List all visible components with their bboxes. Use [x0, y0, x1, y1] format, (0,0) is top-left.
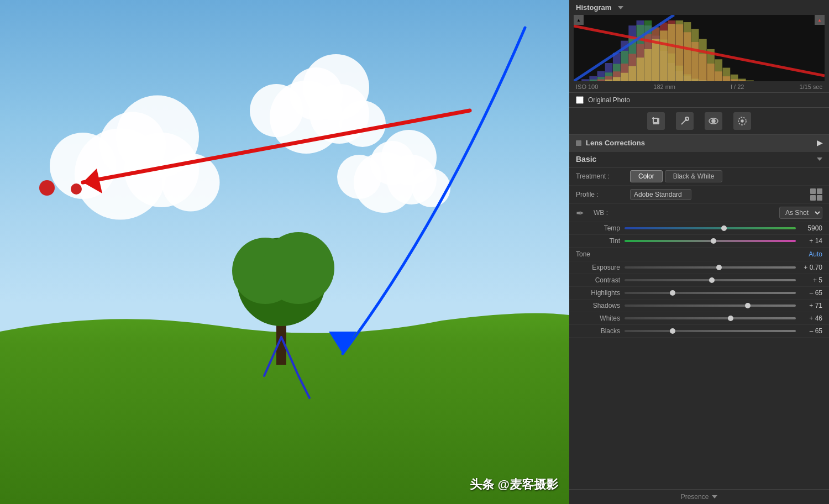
highlights-slider-track[interactable]: [625, 292, 796, 294]
exposure-slider-track[interactable]: [625, 266, 796, 269]
contrast-value: + 5: [800, 276, 822, 284]
profile-label: Profile :: [576, 191, 626, 198]
blacks-label: Blacks: [576, 327, 620, 335]
tint-slider-row: Tint + 14: [569, 235, 829, 248]
exposure-value: + 0.70: [800, 264, 822, 271]
profile-grid-btn[interactable]: [810, 188, 822, 201]
exposure-slider-row: Exposure + 0.70: [569, 261, 829, 274]
histogram-clipping-shadows-btn[interactable]: ▲: [574, 15, 584, 25]
presence-chevron[interactable]: [712, 495, 717, 498]
crop-tool-btn[interactable]: [647, 112, 665, 130]
blacks-value: – 65: [800, 327, 822, 335]
whites-value: + 46: [800, 314, 822, 322]
treatment-buttons: Color Black & White: [630, 170, 722, 182]
profile-grid-icon: [810, 188, 822, 201]
tint-label: Tint: [576, 237, 620, 245]
tint-value: + 14: [800, 237, 822, 245]
highlights-value: – 65: [800, 289, 822, 297]
watermark: 头条 @麦客摄影: [470, 476, 558, 493]
whites-slider-row: Whites + 46: [569, 312, 829, 325]
tint-slider-thumb[interactable]: [711, 238, 716, 244]
temp-slider-row: Temp 5900: [569, 222, 829, 235]
highlights-label: Highlights: [576, 289, 620, 297]
temp-label: Temp: [576, 224, 620, 232]
lens-corrections-collapse-arrow[interactable]: ▶: [817, 139, 822, 147]
svg-point-4: [712, 119, 715, 123]
shadows-slider-track[interactable]: [625, 305, 796, 307]
presence-label: Presence: [681, 493, 709, 501]
auto-tone-btn[interactable]: Auto: [809, 250, 822, 258]
whites-slider-track[interactable]: [625, 317, 796, 319]
shadows-slider-row: Shadows + 71: [569, 300, 829, 312]
histogram-header-left: Histogram: [576, 3, 623, 12]
original-photo-row: Original Photo: [569, 93, 829, 108]
meta-focal: 182 mm: [653, 83, 675, 90]
blacks-slider-thumb[interactable]: [670, 328, 675, 334]
toolbar-row: [569, 108, 829, 135]
treatment-row: Treatment : Color Black & White: [569, 167, 829, 186]
original-photo-label: Original Photo: [588, 96, 630, 104]
exposure-label: Exposure: [576, 264, 620, 271]
shadows-slider-thumb[interactable]: [745, 303, 751, 308]
meta-shutter: 1/15 sec: [799, 83, 822, 90]
histogram-title: Histogram: [576, 3, 611, 12]
original-photo-checkbox[interactable]: [576, 96, 584, 104]
basic-title: Basic: [576, 155, 596, 164]
profile-row: Profile : Adobe Standard Adobe Landscape…: [569, 186, 829, 204]
whites-slider-thumb[interactable]: [728, 316, 733, 321]
wb-row: ✒ WB : As Shot Auto Daylight Cloudy Cust…: [569, 204, 829, 222]
basic-header: Basic: [569, 151, 829, 167]
radial-tool-btn[interactable]: [733, 112, 751, 130]
wb-dropper-icon[interactable]: ✒: [576, 207, 587, 218]
contrast-label: Contrast: [576, 276, 620, 284]
histogram-section: Histogram ▲ ▲ ISO 100 182 mm f / 22 1/15…: [569, 0, 829, 108]
temp-slider-track[interactable]: [625, 227, 796, 229]
contrast-slider-row: Contrast + 5: [569, 274, 829, 287]
histogram-canvas: [574, 15, 825, 81]
tint-slider-track[interactable]: [625, 240, 796, 242]
histogram-clipping-highlights-btn[interactable]: ▲: [815, 15, 825, 25]
presence-row: Presence: [569, 489, 829, 504]
wb-select[interactable]: As Shot Auto Daylight Cloudy Custom: [779, 207, 822, 219]
treatment-bw-btn[interactable]: Black & White: [665, 170, 723, 182]
red-eye-tool-btn[interactable]: [705, 112, 722, 130]
lens-corrections-toggle[interactable]: [576, 140, 581, 146]
lens-corrections-header[interactable]: Lens Corrections ▶: [569, 135, 829, 151]
wb-label: WB :: [594, 209, 608, 217]
lens-corrections-header-left: Lens Corrections: [576, 139, 645, 147]
contrast-slider-thumb[interactable]: [709, 277, 715, 283]
photo-meta: ISO 100 182 mm f / 22 1/15 sec: [569, 81, 829, 93]
treatment-color-btn[interactable]: Color: [630, 170, 663, 182]
shadows-label: Shadows: [576, 302, 620, 309]
exposure-slider-thumb[interactable]: [716, 265, 722, 270]
meta-aperture: f / 22: [731, 83, 744, 90]
right-panel: Histogram ▲ ▲ ISO 100 182 mm f / 22 1/15…: [569, 0, 829, 504]
basic-collapse-chevron[interactable]: [817, 158, 822, 161]
treatment-label: Treatment :: [576, 172, 626, 180]
shadows-value: + 71: [800, 302, 822, 309]
meta-iso: ISO 100: [576, 83, 598, 90]
photo-canvas: [0, 0, 569, 504]
tone-label: Tone: [576, 250, 590, 258]
highlights-slider-row: Highlights – 65: [569, 287, 829, 300]
temp-value: 5900: [800, 224, 822, 232]
profile-select[interactable]: Adobe Standard Adobe Landscape Adobe Por…: [630, 189, 691, 200]
tone-header-row: Tone Auto: [569, 248, 829, 261]
photo-area: 头条 @麦客摄影: [0, 0, 569, 504]
blacks-slider-track[interactable]: [625, 330, 796, 332]
highlights-slider-thumb[interactable]: [670, 290, 675, 296]
temp-slider-thumb[interactable]: [721, 225, 727, 231]
svg-point-6: [741, 120, 743, 122]
blacks-slider-row: Blacks – 65: [569, 325, 829, 338]
contrast-slider-track[interactable]: [625, 279, 796, 281]
histogram-header: Histogram: [569, 0, 829, 15]
histogram-canvas-wrapper: ▲ ▲: [574, 15, 825, 81]
lens-corrections-title: Lens Corrections: [586, 139, 645, 147]
histogram-chevron[interactable]: [618, 6, 623, 9]
whites-label: Whites: [576, 314, 620, 322]
heal-tool-btn[interactable]: [676, 112, 694, 130]
